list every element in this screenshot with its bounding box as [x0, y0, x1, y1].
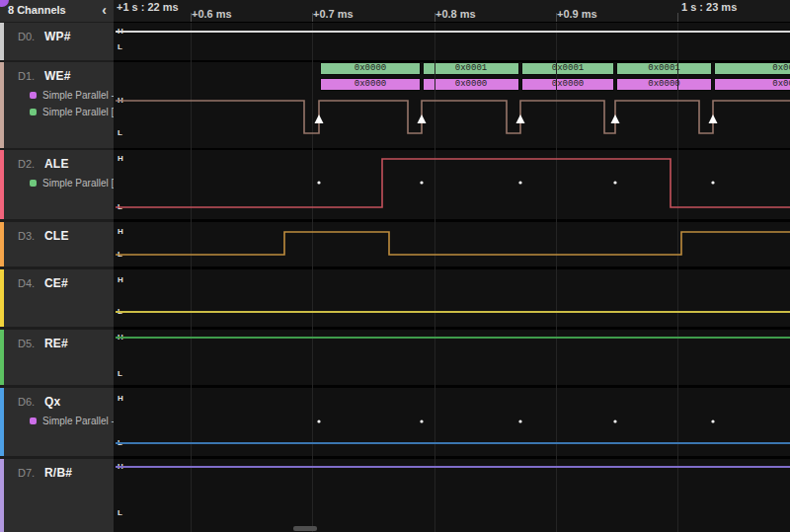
analyzer-item[interactable]: Simple Parallel - D0	[30, 416, 114, 425]
signal-low-label: L	[118, 203, 122, 211]
channel-row-cle[interactable]: D3.CLE	[0, 222, 114, 266]
channel-id: D5.	[18, 338, 35, 349]
waveform-row-ce[interactable]	[114, 269, 790, 327]
signal-high-label: H	[118, 276, 123, 284]
analyzer-label: Simple Parallel [1] - ...	[42, 107, 114, 117]
bus-value-segment-green: 0x0001	[521, 62, 614, 75]
channel-row-re[interactable]: D5.RE#	[0, 330, 114, 385]
timeline-tick-label: +0.9 ms	[557, 8, 597, 20]
signal-low-label: L	[118, 439, 122, 447]
channels-title: 8 Channels	[8, 4, 66, 16]
waveform-row-qx[interactable]	[114, 388, 790, 456]
analyzer-label: Simple Parallel - Clo...	[42, 90, 114, 101]
channel-name: CE#	[44, 276, 68, 290]
channel-id: D3.	[18, 230, 35, 242]
timeline-tick-label: +0.8 ms	[435, 8, 476, 20]
channels-header: 8 Channels ‹	[0, 0, 114, 22]
signal-high-label: H	[118, 28, 123, 36]
analyzer-color-dot	[30, 92, 37, 99]
bus-value-segment-green: 0x0001	[616, 62, 712, 75]
channel-row-wp[interactable]: D0.WP#	[0, 23, 114, 60]
channel-row-qx[interactable]: D6.QxSimple Parallel - D0	[0, 388, 114, 456]
channel-id: D0.	[18, 31, 35, 42]
bus-value-segment-green: 0x0000	[714, 62, 790, 75]
channel-row-ale[interactable]: D2.ALESimple Parallel [1] - ...	[0, 150, 114, 219]
gridline	[556, 23, 557, 532]
bus-value-segment-magenta: 0x0000	[616, 78, 712, 91]
analyzer-color-dot	[30, 418, 37, 424]
waveform-area[interactable]: 0x00000x00010x00010x00010x00000x00000x00…	[114, 23, 790, 532]
logic-analyzer-window: 8 Channels ‹ D0.WP#D1.WE#Simple Parallel…	[0, 0, 790, 532]
signal-high-label: H	[118, 97, 123, 105]
channel-id: D4.	[18, 277, 35, 289]
channel-row-we[interactable]: D1.WE#Simple Parallel - Clo...Simple Par…	[0, 62, 114, 148]
timeline-left-label: +1 s : 22 ms	[117, 1, 179, 13]
channel-name: CLE	[44, 229, 69, 243]
channel-color-stripe	[0, 222, 4, 266]
bus-value-segment-green: 0x0001	[423, 62, 519, 75]
analyzer-color-dot	[30, 180, 37, 187]
analyzer-item[interactable]: Simple Parallel [1] - ...	[30, 178, 114, 188]
channel-id: D6.	[18, 396, 35, 408]
bus-value-segment-magenta: 0x0000	[423, 78, 519, 91]
analyzer-label: Simple Parallel [1] - ...	[42, 178, 114, 189]
horizontal-scrollbar-thumb[interactable]	[293, 526, 317, 531]
waveform-row-wp[interactable]	[114, 23, 790, 60]
signal-low-label: L	[118, 509, 122, 517]
channel-name: RE#	[44, 337, 68, 350]
timeline-tick-label: +0.6 ms	[192, 8, 232, 20]
timeline-tick-label: +0.7 ms	[313, 8, 354, 20]
waveform-row-rb[interactable]	[114, 459, 790, 532]
channel-name: ALE	[44, 157, 69, 171]
timeline-right-label: 1 s : 23 ms	[681, 1, 737, 13]
analyzer-label: Simple Parallel - D0	[42, 416, 114, 426]
channel-row-rb[interactable]: D7.R/B#	[0, 459, 114, 532]
channel-color-stripe	[0, 150, 4, 219]
signal-high-label: H	[118, 155, 123, 163]
gridline	[677, 23, 678, 532]
channel-color-stripe	[0, 23, 4, 60]
signal-high-label: H	[118, 228, 123, 236]
waveform-row-we[interactable]: 0x00000x00010x00010x00010x00000x00000x00…	[114, 62, 790, 148]
channel-color-stripe	[0, 269, 4, 327]
signal-low-label: L	[118, 251, 122, 259]
channel-id: D7.	[18, 467, 35, 479]
signal-high-label: H	[118, 463, 123, 471]
bus-value-segment-magenta: 0x0000	[714, 78, 790, 91]
analyzer-color-dot	[30, 109, 37, 115]
channels-sidebar: 8 Channels ‹ D0.WP#D1.WE#Simple Parallel…	[0, 0, 114, 532]
channel-name: WE#	[44, 69, 71, 83]
channel-color-stripe	[0, 330, 4, 385]
channel-color-stripe	[0, 62, 4, 148]
bus-value-segment-green: 0x0000	[320, 62, 421, 75]
bus-value-segment-magenta: 0x0000	[320, 78, 421, 91]
channel-id: D2.	[18, 158, 35, 170]
timeline-ruler[interactable]: +1 s : 22 ms 1 s : 23 ms +0.6 ms+0.7 ms+…	[114, 0, 790, 22]
signal-high-label: H	[118, 395, 123, 403]
waveform-row-ale[interactable]	[114, 150, 790, 219]
gridline	[312, 23, 313, 532]
channel-name: R/B#	[44, 466, 72, 480]
signal-low-label: L	[118, 370, 122, 378]
gridline	[191, 23, 192, 532]
gridline	[434, 23, 435, 532]
waveform-row-re[interactable]	[114, 330, 790, 385]
channel-name: WP#	[44, 30, 71, 43]
signal-low-label: L	[118, 129, 122, 137]
channel-name: Qx	[44, 395, 60, 409]
channel-row-ce[interactable]: D4.CE#	[0, 269, 114, 327]
channel-id: D1.	[18, 70, 35, 82]
signal-low-label: L	[118, 308, 122, 316]
channel-color-stripe	[0, 388, 4, 456]
bus-value-segment-magenta: 0x0000	[521, 78, 614, 91]
signal-high-label: H	[118, 334, 123, 342]
timeline-tick	[677, 13, 678, 22]
analyzer-item[interactable]: Simple Parallel [1] - ...	[30, 107, 114, 116]
waveform-row-cle[interactable]	[114, 222, 790, 266]
signal-low-label: L	[118, 43, 122, 51]
channel-color-stripe	[0, 459, 4, 532]
collapse-sidebar-button[interactable]: ‹	[102, 2, 107, 18]
analyzer-item[interactable]: Simple Parallel - Clo...	[30, 90, 114, 100]
